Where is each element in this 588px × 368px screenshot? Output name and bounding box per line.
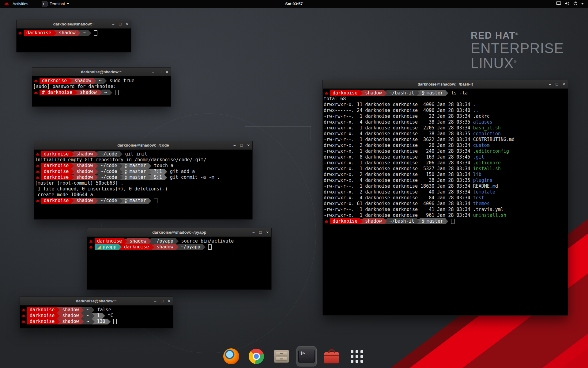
terminal-body[interactable]: darknoiseshadow~: [17, 29, 131, 37]
minimize-button[interactable]: –: [233, 143, 236, 147]
dock-firefox[interactable]: [221, 347, 241, 366]
maximize-button[interactable]: □: [161, 299, 164, 303]
terminal-line: darknoiseshadow~ false: [21, 307, 172, 313]
maximize-button[interactable]: □: [240, 143, 243, 147]
close-button[interactable]: ×: [168, 299, 170, 303]
prompt-segment: ~/bash-it: [387, 218, 417, 224]
terminal-line: 1 file changed, 0 insertions(+), 0 delet…: [35, 186, 251, 192]
terminal-text: drwxrwxr-x. 4 darknoise darknoise 38 Jan…: [324, 119, 473, 125]
powerline-arrow-icon: [71, 163, 74, 169]
minimize-button[interactable]: –: [154, 299, 156, 303]
powerline-arrow-icon: [360, 90, 363, 96]
prompt-segment: darknoise: [95, 238, 124, 244]
prompt-segment: master: [420, 90, 446, 96]
terminal-text: create mode 100644 a: [35, 192, 93, 198]
terminal-text: -rwxrwxr-x. 1 darknoise darknoise 206 Ja…: [324, 160, 473, 166]
powerline-arrow-icon: [124, 239, 127, 244]
terminal-icon: $>: [298, 350, 315, 363]
window-titlebar[interactable]: darknoise@shadow:~/bash-it–□×: [323, 80, 568, 89]
prompt-segment: master: [420, 218, 446, 224]
window-titlebar[interactable]: darknoise@shadow:~–□×: [32, 68, 171, 76]
terminal-text: drwx------. 24 darknoise darknoise 4096 …: [324, 108, 473, 113]
python-icon: [97, 245, 101, 249]
icon-part: [276, 357, 287, 361]
dock-files[interactable]: [272, 347, 291, 366]
close-button[interactable]: ×: [247, 143, 250, 147]
prompt-segment: shadow: [72, 78, 93, 84]
terminal-text: drwxrwxr-x. 4 darknoise darknoise 38 Jan…: [324, 131, 473, 137]
window-titlebar[interactable]: darknoise@shadow:~–□×: [17, 20, 131, 29]
close-button[interactable]: ×: [126, 22, 128, 26]
fedora-icon: [36, 199, 40, 202]
close-button[interactable]: ×: [266, 230, 269, 234]
icon-part: [324, 355, 339, 356]
terminal-body[interactable]: darknoiseshadow~ falsedarknoiseshadow~1 …: [20, 305, 173, 326]
terminal-text: drwxrwxr-x. 8 darknoise darknoise 163 Ja…: [324, 154, 473, 160]
terminal-line: Initialized empty Git repository in /hom…: [35, 157, 251, 163]
terminal-line: drwx------. 24 darknoise darknoise 4096 …: [324, 108, 567, 113]
git-branch-icon: [125, 164, 128, 168]
terminal-cursor: [154, 198, 157, 203]
terminal-text: git init: [123, 151, 147, 157]
terminal-line: # darknoiseshadow~: [33, 90, 170, 95]
powerline-arrow-icon: [78, 30, 81, 36]
activities-button[interactable]: Activities: [0, 0, 31, 8]
terminal-text: drwxrwxr-x. 2 darknoise darknoise 26 Jan…: [324, 143, 473, 148]
chrome-icon: [249, 349, 264, 364]
dock-toolbox[interactable]: [322, 347, 341, 366]
maximize-button[interactable]: □: [159, 70, 161, 74]
terminal-body[interactable]: darknoiseshadow~/bash-itmaster ls -latot…: [323, 89, 568, 225]
terminal-text: drwxrwxr-x. 4 darknoise darknoise 38 Jan…: [324, 178, 473, 183]
prompt-segment: ~/code: [98, 169, 119, 174]
terminal-line: pyappdarknoiseshadow~/pyapp: [88, 244, 270, 250]
powerline-arrow-icon: [164, 175, 167, 180]
window-titlebar[interactable]: darknoise@shadow:~/pyapp–□×: [87, 228, 271, 237]
terminal-line: drwxrwxr-x. 4 darknoise darknoise 38 Jan…: [324, 131, 567, 137]
terminal-text: ^C: [105, 313, 113, 319]
terminal-line: drwxrwxr-x. 8 darknoise darknoise 163 Ja…: [324, 154, 567, 160]
terminal-line: -rw-rw-r--. 1 darknoise darknoise 22 Jan…: [324, 113, 567, 119]
terminal-body[interactable]: darknoiseshadow~ sudo true[sudo] passwor…: [32, 76, 171, 97]
prompt-segment: ~: [84, 313, 92, 319]
powerline-arrow-icon: [120, 175, 123, 180]
clock[interactable]: Sat 03:57: [285, 2, 303, 6]
app-menu-terminal[interactable]: Terminal: [39, 0, 72, 8]
powerline-arrow-icon: [93, 78, 96, 84]
powerline-arrow-icon: [151, 244, 154, 250]
dock-chrome[interactable]: [247, 347, 266, 366]
close-button[interactable]: ×: [166, 70, 168, 74]
maximize-button[interactable]: □: [119, 22, 122, 26]
terminal-window-pyapp: darknoise@shadow:~/pyapp–□×darknoiseshad…: [87, 228, 272, 290]
terminal-body[interactable]: darknoiseshadow~/code git initInitialize…: [34, 150, 252, 205]
powerline-arrow-icon: [95, 163, 98, 169]
dock-terminal[interactable]: $>: [297, 347, 316, 366]
powerline-arrow-icon: [164, 169, 167, 174]
powerline-arrow-icon: [95, 151, 98, 157]
git-branch-icon: [125, 170, 128, 174]
terminal-line: total 68: [324, 96, 567, 102]
minimize-button[interactable]: –: [549, 82, 551, 86]
prompt-segment: shadow: [363, 218, 384, 224]
minimize-button[interactable]: –: [152, 70, 154, 74]
prompt-segment: master: [123, 198, 149, 204]
window-buttons: –□×: [154, 297, 170, 305]
maximize-button[interactable]: □: [556, 82, 558, 86]
terminal-body[interactable]: darknoiseshadow~/pyapp source bin/activa…: [87, 237, 271, 251]
prompt-segment: darknoise: [41, 169, 71, 174]
window-titlebar[interactable]: darknoise@shadow:~/code–□×: [34, 141, 252, 150]
window-titlebar[interactable]: darknoise@shadow:~–□×: [20, 297, 173, 305]
powerline-arrow-icon: [92, 319, 95, 324]
terminal-line: darknoiseshadow~: [17, 30, 130, 36]
app-menu-label: Terminal: [50, 2, 65, 6]
minimize-button[interactable]: –: [112, 22, 114, 26]
prompt-segment: shadow: [74, 198, 95, 204]
prompt-segment: ~/pyapp: [151, 238, 175, 244]
powerline-arrow-icon: [119, 244, 122, 250]
minimize-button[interactable]: –: [252, 230, 254, 234]
dock-app-grid[interactable]: [347, 347, 367, 366]
powerline-arrow-icon: [120, 169, 123, 174]
system-status-area[interactable]: [556, 0, 588, 8]
close-button[interactable]: ×: [563, 82, 565, 86]
maximize-button[interactable]: □: [259, 230, 262, 234]
terminal-line: -rw-rw-r--. 1 darknoise darknoise 18630 …: [324, 183, 567, 189]
